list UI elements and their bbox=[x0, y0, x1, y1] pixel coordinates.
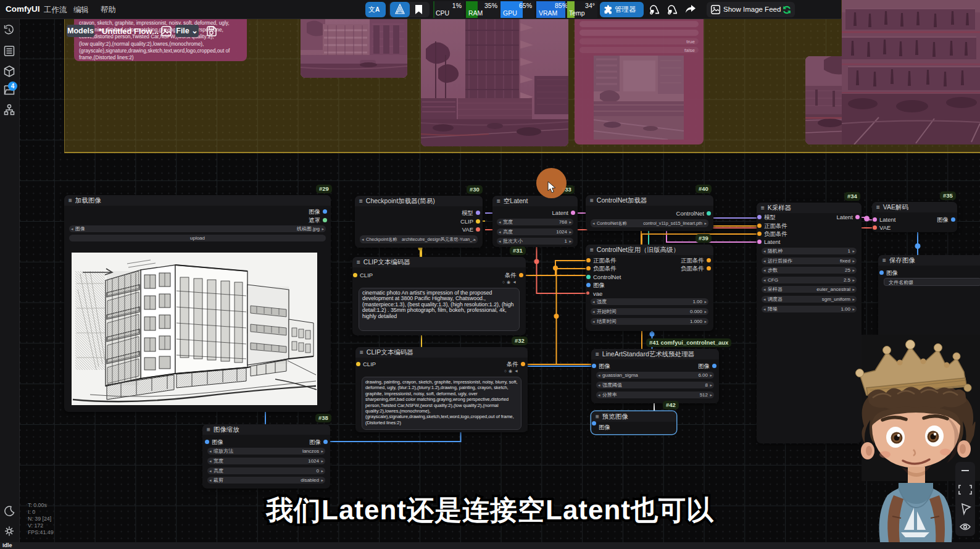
svg-text:我们Latent还是连接空Latent也可以: 我们Latent还是连接空Latent也可以 bbox=[265, 495, 714, 525]
